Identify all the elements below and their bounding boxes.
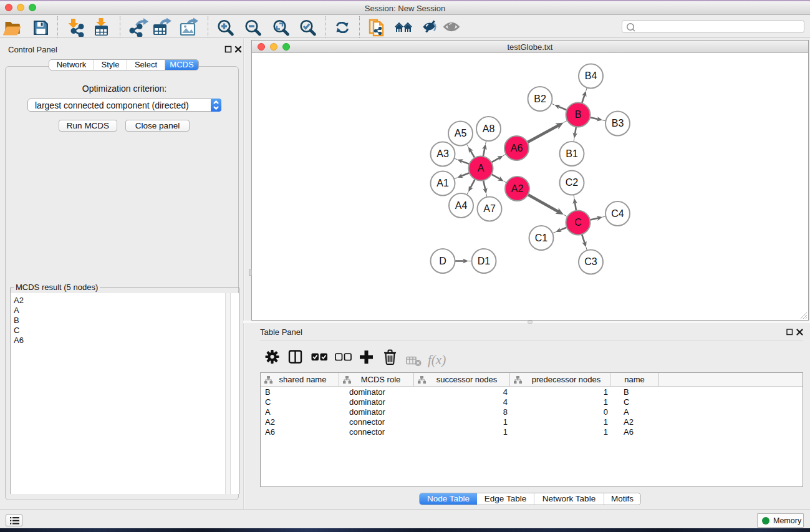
svg-text:A7: A7 xyxy=(483,203,496,214)
svg-text:A8: A8 xyxy=(483,123,495,134)
svg-text:A5: A5 xyxy=(455,128,467,138)
svg-text:B: B xyxy=(575,109,582,120)
svg-text:D: D xyxy=(439,256,446,266)
svg-text:C3: C3 xyxy=(584,256,597,267)
svg-text:C2: C2 xyxy=(566,177,579,188)
svg-text:A3: A3 xyxy=(436,148,449,159)
svg-text:D1: D1 xyxy=(478,256,491,266)
svg-text:C: C xyxy=(574,217,582,228)
svg-text:A6: A6 xyxy=(511,143,523,153)
svg-text:B1: B1 xyxy=(566,148,578,159)
svg-text:C4: C4 xyxy=(611,208,624,219)
svg-text:A2: A2 xyxy=(511,183,524,194)
svg-text:C1: C1 xyxy=(535,233,548,243)
svg-text:A4: A4 xyxy=(455,200,468,211)
svg-text:B2: B2 xyxy=(534,94,546,104)
svg-text:A1: A1 xyxy=(436,178,449,188)
svg-text:B4: B4 xyxy=(585,70,597,81)
svg-text:A: A xyxy=(478,163,485,173)
svg-text:B3: B3 xyxy=(612,118,624,128)
